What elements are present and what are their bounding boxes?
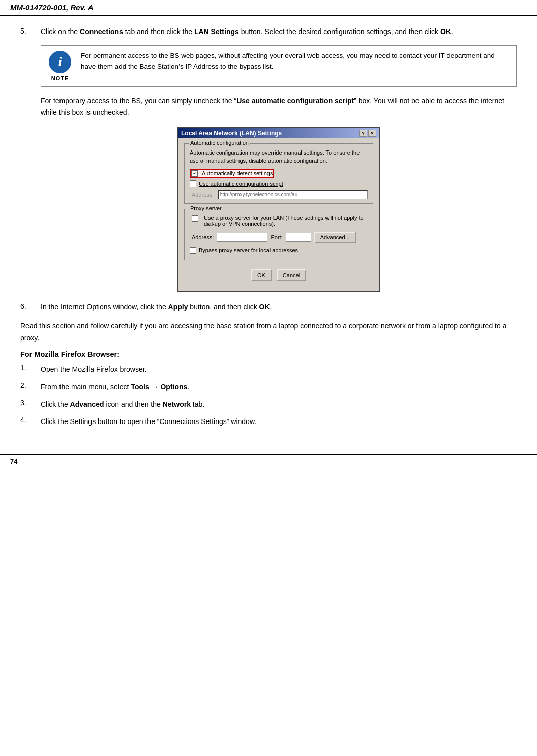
ff-step-4-text: Click the Settings button to open the “C… xyxy=(41,416,517,427)
page-footer: 74 xyxy=(0,454,537,468)
dialog-title-buttons: ? × xyxy=(359,130,376,137)
note-text: For permanent access to the BS web pages… xyxy=(81,51,511,81)
page-content: 5. Click on the Connections tab and then… xyxy=(0,16,537,444)
note-icon-area: i NOTE xyxy=(46,51,74,81)
use-auto-script-bold: Use automatic configuration script xyxy=(236,97,354,105)
dialog-ok-button[interactable]: OK xyxy=(251,269,272,281)
proxy-use-label: Use a proxy server for your LAN (These s… xyxy=(204,215,364,227)
step-5: 5. Click on the Connections tab and then… xyxy=(20,26,517,37)
auto-script-checkbox[interactable] xyxy=(190,180,196,187)
note-box: i NOTE For permanent access to the BS we… xyxy=(41,45,517,87)
ff-step-3-text: Click the Advanced icon and then the Net… xyxy=(41,399,517,410)
ff-step-4-num: 4. xyxy=(20,416,41,427)
header-title: MM-014720-001, Rev. A xyxy=(10,3,94,12)
dialog-help-button[interactable]: ? xyxy=(359,130,367,137)
ff-step-1-text: Open the Mozilla Firefox browser. xyxy=(41,364,517,375)
advanced-bold: Advanced xyxy=(70,400,104,408)
proxy-use-row: Use a proxy server for your LAN (These s… xyxy=(192,215,368,229)
ff-step-3: 3. Click the Advanced icon and then the … xyxy=(20,399,517,410)
page-number: 74 xyxy=(10,458,17,465)
auto-detect-row: ✓ Automatically detect settings xyxy=(190,169,368,178)
dialog-titlebar: Local Area Network (LAN) Settings ? × xyxy=(178,128,379,138)
step-5-number: 5. xyxy=(20,26,41,37)
auto-config-description: Automatic configuration may override man… xyxy=(190,149,368,165)
ff-step-2: 2. From the main menu, select Tools → Op… xyxy=(20,381,517,392)
ok-bold-2: OK xyxy=(259,303,270,311)
page-header: MM-014720-001, Rev. A xyxy=(0,0,537,16)
auto-config-group-label: Automatic configuration xyxy=(189,140,250,146)
lan-settings-dialog: Local Area Network (LAN) Settings ? × Au… xyxy=(177,127,380,292)
tools-bold: Tools xyxy=(131,383,149,391)
proxy-bypass-checkbox[interactable] xyxy=(190,247,196,254)
dialog-close-button[interactable]: × xyxy=(368,130,376,137)
dialog-cancel-button[interactable]: Cancel xyxy=(277,269,306,281)
ff-step-2-num: 2. xyxy=(20,381,41,392)
network-bold: Network xyxy=(163,400,191,408)
proxy-address-input[interactable] xyxy=(217,233,267,242)
address-input[interactable] xyxy=(218,190,368,199)
ok-bold-1: OK xyxy=(440,27,451,36)
info-icon: i xyxy=(49,51,71,73)
lan-settings-bold: LAN Settings xyxy=(194,27,239,36)
firefox-heading: For Mozilla Firefox Browser: xyxy=(20,350,517,358)
proxy-bypass-label: Bypass proxy server for local addresses xyxy=(199,247,298,253)
options-bold: Options xyxy=(160,383,187,391)
proxy-group-label: Proxy server xyxy=(189,205,223,211)
address-label: Address xyxy=(192,192,215,198)
proxy-port-input[interactable] xyxy=(286,233,311,242)
proxy-bypass-row: Bypass proxy server for local addresses xyxy=(190,247,368,254)
auto-script-row: Use automatic configuration script xyxy=(190,180,368,187)
read-para: Read this section and follow carefully i… xyxy=(20,320,517,343)
proxy-address-label: Address: xyxy=(192,234,214,240)
auto-detect-label: Automatically detect settings xyxy=(202,170,273,176)
proxy-use-checkbox[interactable] xyxy=(192,215,198,222)
proxy-server-group: Proxy server Use a proxy server for your… xyxy=(184,209,373,260)
apply-bold: Apply xyxy=(168,303,188,311)
auto-detect-checkbox[interactable]: ✓ xyxy=(191,170,198,177)
auto-config-group: Automatic configuration Automatic config… xyxy=(184,143,373,204)
ff-step-2-text: From the main menu, select Tools → Optio… xyxy=(41,381,517,392)
temp-access-para: For temporary access to the BS, you can … xyxy=(41,95,517,118)
dialog-body: Automatic configuration Automatic config… xyxy=(178,138,379,291)
proxy-advanced-button[interactable]: Advanced... xyxy=(314,232,356,243)
dialog-title: Local Area Network (LAN) Settings xyxy=(181,130,282,137)
ff-step-1-num: 1. xyxy=(20,364,41,375)
dialog-wrapper: Local Area Network (LAN) Settings ? × Au… xyxy=(41,127,517,292)
step-6-text: In the Internet Options window, click th… xyxy=(41,301,517,312)
note-label: NOTE xyxy=(51,75,69,81)
ff-step-1: 1. Open the Mozilla Firefox browser. xyxy=(20,364,517,375)
connections-bold: Connections xyxy=(80,27,123,36)
step-6-number: 6. xyxy=(20,301,41,312)
ff-step-3-num: 3. xyxy=(20,399,41,410)
address-row: Address xyxy=(192,190,368,199)
step-5-text: Click on the Connections tab and then cl… xyxy=(41,26,517,37)
proxy-address-row: Address: Port: Advanced... xyxy=(192,232,368,243)
auto-script-label: Use automatic configuration script xyxy=(199,180,283,187)
proxy-port-label: Port: xyxy=(271,234,282,240)
step-6: 6. In the Internet Options window, click… xyxy=(20,301,517,312)
dialog-footer: OK Cancel xyxy=(184,265,373,286)
ff-step-4: 4. Click the Settings button to open the… xyxy=(20,416,517,427)
